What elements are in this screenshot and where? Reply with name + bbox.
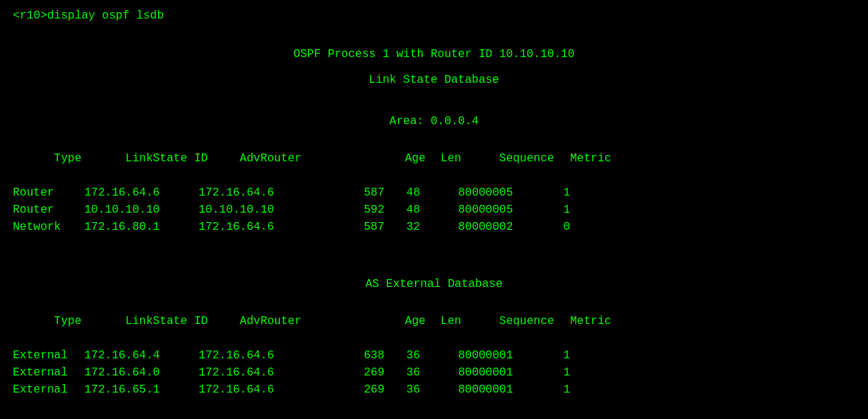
cell-type: External xyxy=(13,347,84,364)
cell-sequence: 80000001 xyxy=(420,347,513,364)
ospf-header-line2: Link State Database xyxy=(13,71,855,89)
cell-linkstate: 172.16.64.6 xyxy=(84,184,199,201)
cell-len: 36 xyxy=(384,347,420,364)
col-header-len-ext: Len xyxy=(426,313,462,330)
table-row: Router10.10.10.1010.10.10.10592488000000… xyxy=(13,201,855,218)
cell-age: 592 xyxy=(341,201,384,218)
external-table-header: TypeLinkState IDAdvRouterAgeLenSequenceM… xyxy=(13,296,855,347)
as-external-section: AS External Database TypeLinkState IDAdv… xyxy=(13,276,855,398)
cell-sequence: 80000001 xyxy=(420,364,513,381)
cell-linkstate: 172.16.80.1 xyxy=(84,218,199,236)
cell-advrouter: 172.16.64.6 xyxy=(199,381,341,398)
area-section: Area: 0.0.0.4 TypeLinkState IDAdvRouterA… xyxy=(13,113,855,236)
cell-sequence: 80000005 xyxy=(420,201,513,218)
col-header-sequence: Sequence xyxy=(462,150,554,167)
cell-sequence: 80000002 xyxy=(420,218,513,236)
cell-age: 269 xyxy=(341,364,384,381)
area-table-header: TypeLinkState IDAdvRouterAgeLenSequenceM… xyxy=(13,133,855,184)
col-header-type: Type xyxy=(54,150,126,167)
cell-linkstate: 10.10.10.10 xyxy=(84,201,199,218)
cell-metric: 1 xyxy=(513,347,570,364)
col-header-age: Age xyxy=(383,150,426,167)
terminal-container: <r10>display ospf lsdb OSPF Process 1 wi… xyxy=(13,7,855,417)
cell-type: Router xyxy=(13,184,84,201)
cell-age: 587 xyxy=(341,184,384,201)
cell-age: 587 xyxy=(341,218,384,236)
col-header-metric-ext: Metric xyxy=(554,313,612,330)
as-external-title: AS External Database xyxy=(13,276,855,293)
cell-advrouter: 172.16.64.6 xyxy=(199,184,341,201)
table-row: External172.16.65.1172.16.64.62693680000… xyxy=(13,381,855,398)
col-header-advrouter-ext: AdvRouter xyxy=(240,313,383,330)
cell-advrouter: 172.16.64.6 xyxy=(199,364,341,381)
col-header-linkstate-ext: LinkState ID xyxy=(126,313,240,330)
col-header-type-ext: Type xyxy=(54,313,126,330)
col-header-linkstate: LinkState ID xyxy=(126,150,240,167)
cell-metric: 1 xyxy=(513,184,570,201)
cell-linkstate: 172.16.65.1 xyxy=(84,381,199,398)
table-row: External172.16.64.0172.16.64.62693680000… xyxy=(13,364,855,381)
cell-sequence: 80000005 xyxy=(420,184,513,201)
cell-len: 36 xyxy=(384,364,420,381)
cell-len: 36 xyxy=(384,381,420,398)
table-row: Network172.16.80.1172.16.64.658732800000… xyxy=(13,218,855,236)
col-header-advrouter: AdvRouter xyxy=(240,150,383,167)
cell-type: Router xyxy=(13,201,84,218)
col-header-len: Len xyxy=(426,150,462,167)
col-header-metric: Metric xyxy=(554,150,612,167)
ospf-header-line1: OSPF Process 1 with Router ID 10.10.10.1… xyxy=(13,46,855,63)
cell-len: 48 xyxy=(384,184,420,201)
cell-advrouter: 172.16.64.6 xyxy=(199,218,341,236)
cell-age: 638 xyxy=(341,347,384,364)
cell-linkstate: 172.16.64.0 xyxy=(84,364,199,381)
col-header-sequence-ext: Sequence xyxy=(462,313,554,330)
cell-len: 32 xyxy=(384,218,420,236)
external-table-body: External172.16.64.4172.16.64.66383680000… xyxy=(13,347,855,398)
cell-linkstate: 172.16.64.4 xyxy=(84,347,199,364)
cell-type: External xyxy=(13,364,84,381)
table-row: External172.16.64.4172.16.64.66383680000… xyxy=(13,347,855,364)
cell-sequence: 80000001 xyxy=(420,381,513,398)
cell-len: 48 xyxy=(384,201,420,218)
cell-age: 269 xyxy=(341,381,384,398)
prompt-line: <r10>display ospf lsdb xyxy=(13,7,855,24)
cell-advrouter: 172.16.64.6 xyxy=(199,347,341,364)
table-row: Router172.16.64.6172.16.64.6587488000000… xyxy=(13,184,855,201)
cell-metric: 1 xyxy=(513,201,570,218)
col-header-age-ext: Age xyxy=(383,313,426,330)
cell-metric: 0 xyxy=(513,218,570,236)
cell-metric: 1 xyxy=(513,364,570,381)
cell-type: External xyxy=(13,381,84,398)
cell-metric: 1 xyxy=(513,381,570,398)
area-table-body: Router172.16.64.6172.16.64.6587488000000… xyxy=(13,184,855,236)
cell-advrouter: 10.10.10.10 xyxy=(199,201,341,218)
cell-type: Network xyxy=(13,218,84,236)
area-label: Area: 0.0.0.4 xyxy=(13,113,855,130)
